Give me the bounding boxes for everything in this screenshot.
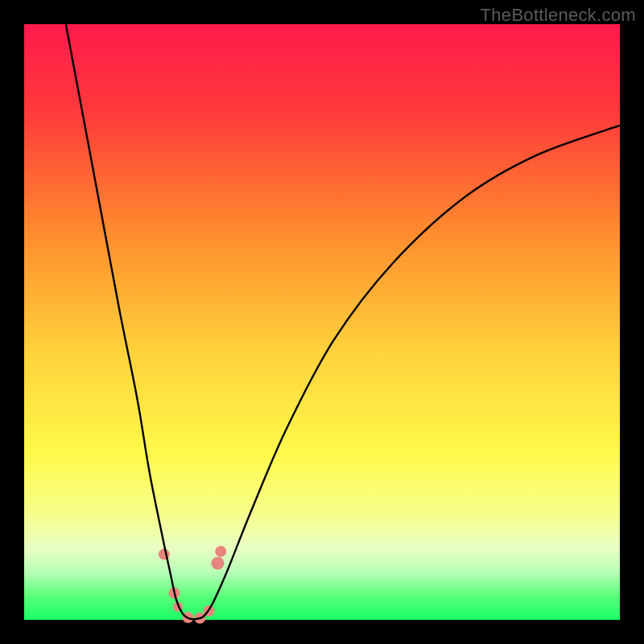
watermark-text: TheBottleneck.com (481, 5, 636, 26)
markers (159, 546, 226, 624)
data-marker (215, 546, 226, 557)
curve-layer (24, 24, 620, 620)
plot-area (24, 24, 620, 620)
curve-left-branch (66, 24, 194, 619)
data-marker (212, 557, 225, 570)
curve-right-branch (194, 126, 620, 619)
chart-frame: TheBottleneck.com (0, 0, 644, 644)
data-marker (159, 549, 170, 560)
